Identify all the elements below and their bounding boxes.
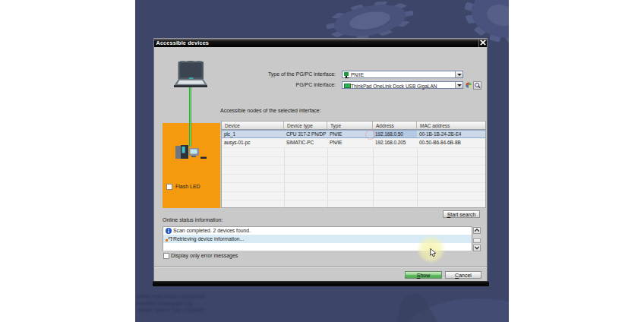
svg-text:?: ? (170, 236, 173, 242)
